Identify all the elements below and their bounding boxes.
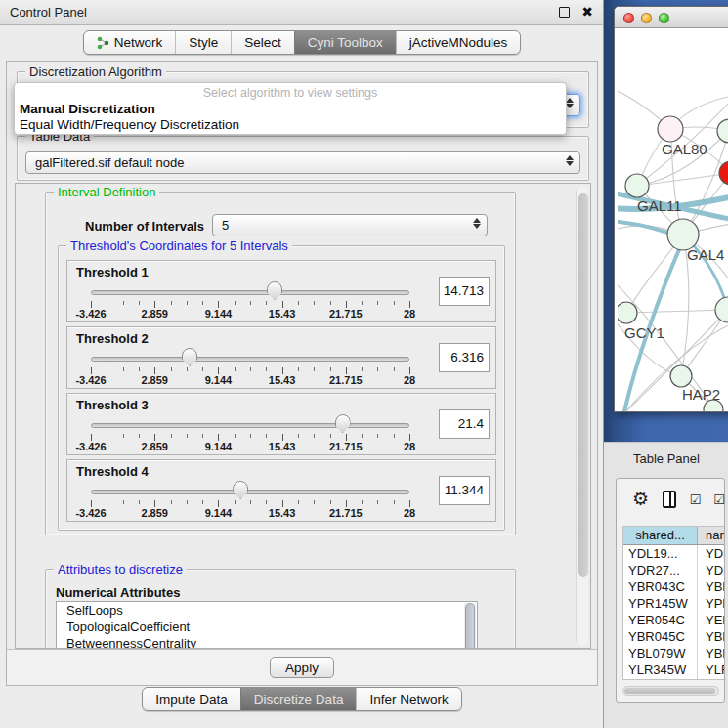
vertical-scrollbar[interactable] bbox=[576, 186, 588, 646]
cell-name[interactable]: YIL052C bbox=[698, 678, 724, 680]
cell-shared-name[interactable]: YBR043C bbox=[623, 578, 698, 595]
network-node-gal11[interactable] bbox=[625, 174, 649, 197]
cell-shared-name[interactable]: YIL052C bbox=[623, 678, 698, 680]
table-row[interactable]: YIL052CYIL052C bbox=[623, 678, 724, 680]
threshold-value-field[interactable]: 21.4 bbox=[439, 409, 490, 439]
slider-thumb[interactable] bbox=[267, 281, 282, 300]
slider-tick-label: 9.144 bbox=[205, 374, 233, 386]
tab-cyni-toolbox[interactable]: Cyni Toolbox bbox=[294, 31, 396, 54]
threshold-card-threshold-1: Threshold 1-3.4262.8599.14415.4321.71528… bbox=[66, 260, 496, 322]
cell-name[interactable]: YDR27... bbox=[698, 562, 724, 578]
table-row[interactable]: YBR045CYBR045C bbox=[623, 628, 724, 645]
threshold-value-field[interactable]: 6.316 bbox=[439, 343, 490, 372]
tab-select[interactable]: Select bbox=[231, 31, 294, 54]
threshold-slider[interactable]: -3.4262.8599.14415.4321.71528 bbox=[91, 394, 409, 456]
split-columns-icon[interactable] bbox=[663, 491, 676, 508]
table-panel-body: ⚙☑☑ shared... name YDL19...YDL19...YDR27… bbox=[616, 478, 725, 703]
table-row[interactable]: YER054CYER054C bbox=[623, 612, 724, 628]
float-window-icon[interactable] bbox=[559, 7, 570, 18]
slider-tick bbox=[394, 500, 395, 504]
cell-name[interactable]: YBR045C bbox=[698, 628, 724, 645]
cell-shared-name[interactable]: YBR045C bbox=[623, 628, 698, 645]
slider-tick bbox=[123, 367, 124, 371]
threshold-card-threshold-4: Threshold 4-3.4262.8599.14415.4321.71528… bbox=[66, 459, 496, 522]
attribute-item-betweennesscentrality[interactable]: BetweennessCentrality bbox=[57, 635, 477, 649]
checkbox-icon[interactable]: ☑ bbox=[713, 492, 724, 507]
tab-style[interactable]: Style bbox=[175, 31, 231, 54]
cell-shared-name[interactable]: YPR145W bbox=[623, 595, 698, 612]
bottom-tab-bar: Impute DataDiscretize DataInfer Network bbox=[142, 687, 461, 711]
cell-name[interactable]: YLR345W bbox=[698, 662, 724, 678]
bottom-tab-discretize-data[interactable]: Discretize Data bbox=[240, 688, 357, 710]
tab-network[interactable]: Network bbox=[84, 31, 176, 54]
slider-thumb[interactable] bbox=[182, 348, 197, 366]
slider-tick bbox=[202, 301, 203, 305]
numerical-attributes-list[interactable]: SelfLoopsTopologicalCoefficientBetweenne… bbox=[56, 601, 478, 649]
slider-tick bbox=[346, 434, 347, 441]
cell-name[interactable]: YER054C bbox=[698, 612, 724, 628]
horizontal-scrollbar-thumb[interactable] bbox=[624, 688, 715, 694]
table-row[interactable]: YLR345WYLR345W bbox=[623, 662, 724, 678]
network-node-hap2[interactable] bbox=[670, 365, 692, 387]
number-of-intervals-combobox[interactable]: 5 bbox=[212, 214, 488, 236]
bottom-tab-impute-data[interactable]: Impute Data bbox=[143, 688, 240, 710]
vertical-scrollbar-thumb[interactable] bbox=[578, 193, 588, 577]
network-canvas[interactable]: GAL80GACGAL11GAL4GCY1HHAP2 bbox=[618, 28, 728, 411]
network-edge[interactable] bbox=[637, 87, 728, 186]
apply-button[interactable]: Apply bbox=[270, 657, 334, 678]
column-header-shared-name[interactable]: shared... bbox=[623, 527, 698, 544]
close-icon[interactable]: ✖ bbox=[581, 4, 593, 20]
slider-track[interactable] bbox=[91, 490, 409, 494]
network-node-h-node[interactable] bbox=[715, 297, 728, 322]
table-data-combobox[interactable]: galFiltered.sif default node bbox=[25, 151, 580, 174]
network-node-gal80[interactable] bbox=[658, 116, 683, 142]
threshold-value-field[interactable]: 11.344 bbox=[439, 476, 490, 505]
threshold-slider[interactable]: -3.4262.8599.14415.4321.71528 bbox=[91, 261, 409, 323]
slider-thumb[interactable] bbox=[233, 481, 248, 499]
list-scrollbar-thumb[interactable] bbox=[465, 603, 475, 649]
threshold-value-field[interactable]: 14.713 bbox=[439, 277, 490, 306]
slider-thumb[interactable] bbox=[335, 414, 351, 433]
list-scrollbar[interactable] bbox=[464, 603, 476, 649]
cell-shared-name[interactable]: YDR27... bbox=[623, 562, 698, 578]
cell-shared-name[interactable]: YER054C bbox=[623, 612, 698, 628]
cell-name[interactable]: YDL19... bbox=[698, 545, 724, 562]
cell-name[interactable]: YBR043C bbox=[698, 578, 724, 595]
cell-shared-name[interactable]: YDL19... bbox=[623, 545, 698, 562]
attribute-item-selfloops[interactable]: SelfLoops bbox=[57, 602, 477, 619]
cell-shared-name[interactable]: YBL079W bbox=[623, 645, 698, 662]
cell-shared-name[interactable]: YLR345W bbox=[623, 662, 698, 678]
table-row[interactable]: YPR145WYPR145W bbox=[623, 595, 724, 612]
minimize-traffic-light-icon[interactable] bbox=[641, 13, 652, 23]
network-node-gcy1[interactable] bbox=[618, 302, 637, 323]
table-row[interactable]: YDR27...YDR27... bbox=[623, 562, 724, 578]
table-row[interactable]: YBR043CYBR043C bbox=[623, 578, 724, 595]
slider-tick bbox=[250, 367, 251, 371]
column-header-name[interactable]: name bbox=[698, 527, 724, 544]
bottom-tab-infer-network[interactable]: Infer Network bbox=[356, 688, 460, 710]
slider-tick bbox=[377, 500, 378, 504]
close-traffic-light-icon[interactable] bbox=[623, 13, 634, 23]
attribute-item-topologicalcoefficient[interactable]: TopologicalCoefficient bbox=[57, 619, 477, 635]
slider-track[interactable] bbox=[91, 357, 409, 362]
table-row[interactable]: YDL19...YDL19... bbox=[623, 545, 724, 562]
threshold-slider[interactable]: -3.4262.8599.14415.4321.71528 bbox=[91, 460, 409, 523]
network-window-titlebar[interactable] bbox=[615, 7, 728, 28]
algorithm-option-equal-width-frequency-discretization[interactable]: Equal Width/Frequency Discretization bbox=[18, 117, 563, 133]
network-node-red-node[interactable] bbox=[719, 161, 728, 185]
tab-jactivemnodules[interactable]: jActiveMNodules bbox=[396, 31, 521, 54]
cell-name[interactable]: YBL079W bbox=[698, 645, 724, 662]
slider-track[interactable] bbox=[91, 290, 409, 295]
cell-name[interactable]: YPR145W bbox=[698, 595, 724, 612]
algorithm-option-manual-discretization[interactable]: Manual Discretization bbox=[18, 102, 563, 117]
horizontal-scrollbar[interactable] bbox=[622, 686, 719, 696]
threshold-slider[interactable]: -3.4262.8599.14415.4321.71528 bbox=[91, 327, 409, 390]
table-row[interactable]: YBL079WYBL079W bbox=[623, 645, 724, 662]
zoom-traffic-light-icon[interactable] bbox=[659, 13, 669, 23]
slider-tick bbox=[107, 367, 107, 371]
checkbox-icon[interactable]: ☑ bbox=[690, 492, 701, 507]
gear-icon[interactable]: ⚙ bbox=[632, 490, 649, 509]
slider-track[interactable] bbox=[91, 423, 409, 428]
network-window[interactable]: GAL80GACGAL11GAL4GCY1HHAP2 bbox=[614, 6, 728, 412]
network-node-top-right[interactable] bbox=[717, 119, 728, 143]
